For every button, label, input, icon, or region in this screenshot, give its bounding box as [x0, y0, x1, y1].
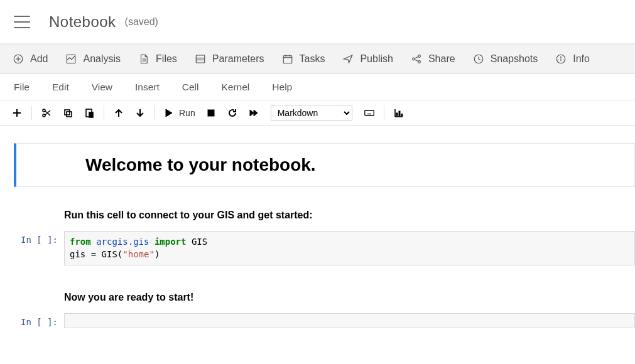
insert-cell-button[interactable] [6, 104, 28, 122]
parameters-icon [195, 53, 206, 65]
svg-point-20 [418, 55, 421, 58]
interrupt-button[interactable] [200, 104, 222, 122]
svg-rect-50 [399, 111, 400, 116]
menu-file[interactable]: File [4, 77, 40, 98]
menu-edit[interactable]: Edit [42, 77, 79, 98]
tasks-action[interactable]: Tasks [274, 48, 333, 70]
runhint-text: Run this cell to connect to your GIS and… [64, 207, 635, 223]
code-input[interactable]: from arcgis.gis import GIS gis = GIS("ho… [64, 231, 635, 265]
move-down-button[interactable] [129, 104, 151, 122]
restart-run-all-button[interactable] [243, 104, 264, 122]
info-label: Info [573, 53, 590, 65]
plus-circle-icon [13, 53, 24, 65]
menu-kernel[interactable]: Kernel [212, 77, 260, 98]
svg-point-21 [418, 61, 421, 63]
prompt: In [ ]: [14, 231, 64, 265]
arrow-up-icon [114, 108, 124, 118]
command-palette-button[interactable] [359, 104, 380, 122]
svg-point-29 [43, 109, 45, 112]
svg-point-19 [413, 58, 415, 60]
plus-icon [12, 108, 22, 118]
code-cell-2[interactable]: In [ ]: [14, 313, 635, 328]
saved-status: (saved) [125, 16, 158, 28]
fast-forward-icon [249, 108, 259, 118]
svg-rect-40 [364, 110, 373, 115]
svg-line-22 [415, 56, 418, 58]
tasks-icon [282, 53, 293, 65]
welcome-heading: Welcome to your notebook. [85, 155, 634, 175]
paste-button[interactable] [79, 104, 100, 122]
markdown-cell-welcome[interactable]: Welcome to your notebook. [14, 143, 635, 187]
keyboard-icon [364, 108, 374, 118]
snapshots-icon [473, 53, 484, 65]
svg-marker-38 [250, 110, 254, 116]
svg-rect-37 [208, 110, 214, 116]
move-up-button[interactable] [108, 104, 129, 122]
analysis-action[interactable]: Analysis [58, 48, 128, 70]
snapshots-action[interactable]: Snapshots [465, 48, 546, 70]
ready-text: Now you are ready to start! [64, 289, 635, 306]
svg-line-23 [415, 60, 418, 62]
svg-rect-32 [65, 110, 70, 115]
add-action[interactable]: Add [5, 48, 55, 70]
code-cell-1[interactable]: In [ ]: from arcgis.gis import GIS gis =… [14, 231, 635, 265]
restart-icon [227, 108, 237, 118]
chart-button[interactable] [388, 104, 410, 122]
menu-view[interactable]: View [82, 77, 122, 98]
svg-marker-39 [254, 110, 258, 116]
snapshots-label: Snapshots [491, 53, 538, 65]
info-action[interactable]: Info [548, 48, 597, 70]
copy-button[interactable] [57, 104, 79, 122]
tasks-label: Tasks [300, 53, 325, 65]
markdown-cell-ready[interactable]: Now you are ready to start! [14, 289, 635, 306]
markdown-cell-runhint[interactable]: Run this cell to connect to your GIS and… [14, 207, 635, 223]
play-icon [164, 108, 174, 118]
run-button[interactable]: Run [159, 104, 200, 122]
menu-insert[interactable]: Insert [125, 77, 170, 98]
menu-help[interactable]: Help [262, 77, 302, 98]
publish-action[interactable]: Publish [335, 48, 400, 70]
svg-point-28 [43, 114, 45, 117]
svg-rect-33 [67, 112, 72, 117]
paste-icon [84, 108, 94, 118]
action-bar: Add Analysis Files Parameters Tasks Publ… [0, 44, 635, 74]
parameters-label: Parameters [212, 53, 264, 65]
menu-bar: File Edit View Insert Cell Kernel Help [0, 74, 635, 100]
add-label: Add [30, 53, 48, 65]
share-action[interactable]: Share [403, 48, 463, 70]
publish-label: Publish [360, 53, 393, 65]
copy-icon [63, 108, 73, 118]
svg-rect-35 [89, 112, 93, 117]
svg-marker-36 [166, 109, 172, 117]
stop-icon [206, 108, 216, 118]
arrow-down-icon [135, 108, 145, 118]
share-label: Share [428, 53, 455, 65]
svg-rect-9 [283, 56, 292, 63]
analysis-icon [65, 53, 77, 65]
title-bar: Notebook (saved) [0, 0, 635, 44]
scissors-icon [41, 108, 52, 118]
menu-cell[interactable]: Cell [172, 77, 209, 98]
analysis-label: Analysis [83, 53, 121, 65]
svg-point-27 [561, 57, 562, 58]
restart-button[interactable] [222, 104, 243, 122]
parameters-action[interactable]: Parameters [187, 48, 272, 70]
files-action[interactable]: Files [131, 48, 185, 70]
svg-rect-51 [401, 114, 403, 116]
chart-icon [394, 108, 404, 118]
run-label: Run [179, 108, 195, 118]
notebook-area: Welcome to your notebook. Run this cell … [0, 126, 635, 328]
info-icon [555, 53, 567, 65]
share-icon [411, 53, 422, 65]
files-label: Files [156, 53, 177, 65]
code-input[interactable] [64, 313, 635, 328]
cut-button[interactable] [36, 104, 57, 122]
cell-type-select[interactable]: Markdown [271, 105, 352, 121]
publish-icon [342, 53, 354, 65]
toolbar: Run Markdown [0, 100, 635, 126]
prompt: In [ ]: [14, 313, 64, 328]
menu-icon[interactable] [14, 16, 30, 28]
app-title: Notebook [49, 13, 116, 31]
files-icon [138, 53, 149, 65]
svg-rect-49 [396, 113, 398, 116]
